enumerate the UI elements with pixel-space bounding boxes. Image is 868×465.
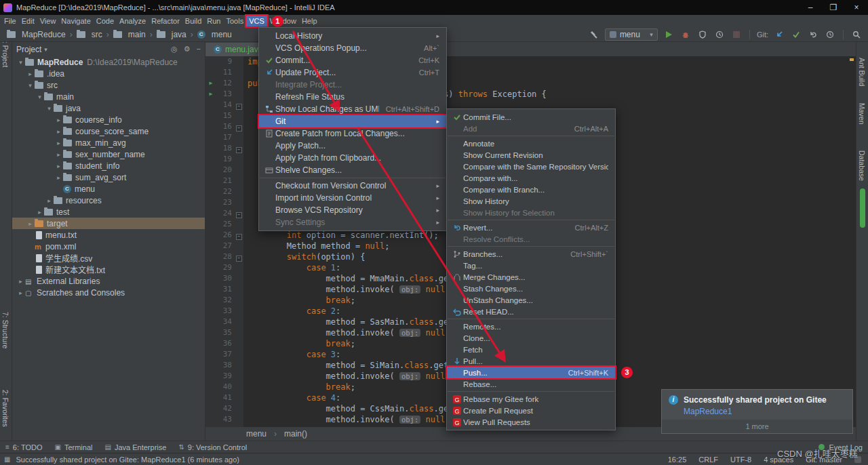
tree-item-idea[interactable]: ▸.idea [12,68,205,79]
menu-item-tag[interactable]: Tag... [447,260,615,271]
menu-item-update-project[interactable]: Update Project...Ctrl+T [259,66,446,79]
chevron-right-icon[interactable]: ▸ [54,163,63,169]
coverage-shield-icon[interactable] [696,28,709,41]
fold-icon[interactable]: − [234,143,243,154]
tree-item-menu-txt[interactable]: menu.txt [12,229,205,241]
menu-item-show-history[interactable]: Show History [447,195,615,207]
build-hammer-icon[interactable] [588,28,600,41]
chevron-right-icon[interactable]: ▸ [16,289,25,296]
menu-item-add[interactable]: AddCtrl+Alt+A [447,123,615,134]
menu-item-apply-patch[interactable]: Apply Patch... [259,140,446,152]
menu-item-rebase[interactable]: Rebase... [447,378,615,390]
menubar-item-vcs[interactable]: VCS1 [246,16,267,26]
git-update-button[interactable] [773,28,785,41]
menubar-item-file[interactable]: File [1,16,19,26]
menu-item-show-local-changes-as-uml[interactable]: Show Local Changes as UMLCtrl+Alt+Shift+… [259,103,446,115]
tool-stripe-2-favorites[interactable]: 2: Favorites [1,390,9,427]
tree-item-test[interactable]: ▸test [12,206,205,218]
notification-link[interactable]: MapReduce1 [684,407,827,416]
tool-stripe-ant-build[interactable]: Ant Build [858,58,866,86]
tree-item-target[interactable]: ▸target [12,218,205,229]
git-history-button[interactable] [824,28,836,41]
tree-item-course-score-same[interactable]: ▸course_score_same [12,125,205,137]
chevron-right-icon[interactable]: ▸ [54,151,63,158]
run-gutter-icon[interactable]: ▶ [205,78,216,89]
tool-window-button-6-todo[interactable]: ≡6: TODO [5,443,42,451]
menu-item-stash-changes[interactable]: Stash Changes... [447,283,615,294]
menu-item-local-history[interactable]: Local History▸ [259,30,446,42]
menu-item-commit[interactable]: Commit...Ctrl+K [259,54,446,66]
tree-item-scratches-and-consoles[interactable]: ▸▢Scratches and Consoles [12,287,205,298]
minimize-button[interactable]: – [799,0,822,15]
fold-icon[interactable]: − [234,121,243,132]
chevron-down-icon[interactable]: ▾ [26,82,35,89]
menubar-item-analyze[interactable]: Analyze [117,16,149,26]
menu-item-push[interactable]: Push...Ctrl+Shift+K3 [447,367,615,378]
menu-item-shelve-changes[interactable]: Shelve Changes... [259,164,446,176]
menubar-item-code[interactable]: Code [94,16,117,26]
menu-item-git[interactable]: Git▸2 [259,115,446,127]
chevron-right-icon[interactable]: ▸ [35,209,44,216]
menu-item-revert[interactable]: Revert...Ctrl+Alt+Z [447,222,615,233]
tool-window-button-terminal[interactable]: ▣Terminal [54,443,92,451]
menu-item-fetch[interactable]: Fetch [447,344,615,355]
menu-item-compare-with[interactable]: Compare with... [447,172,615,184]
chevron-right-icon[interactable]: ▸ [26,220,35,227]
menu-item-import-into-version-control[interactable]: Import into Version Control▸ [259,192,446,204]
line-separator[interactable]: CRLF [698,456,718,464]
menu-item-checkout-from-version-control[interactable]: Checkout from Version Control▸ [259,180,446,192]
git-commit-button[interactable] [790,28,802,41]
stop-button[interactable] [730,28,743,41]
menubar-item-view[interactable]: View [37,16,59,26]
settings-gear-icon[interactable]: ⚙ [184,45,191,54]
menubar-item-help[interactable]: Help [299,16,320,26]
git-revert-button[interactable] [807,28,819,41]
tool-stripe-maven[interactable]: Maven [858,103,866,125]
menu-item-compare-with-branch[interactable]: Compare with Branch... [447,184,615,195]
menu-item-reset-head[interactable]: Reset HEAD... [447,306,615,317]
tree-item-java[interactable]: ▾java [12,102,205,114]
close-button[interactable]: × [845,0,868,15]
chevron-right-icon[interactable]: ▸ [16,278,25,285]
menu-item-clone[interactable]: Clone... [447,332,615,344]
search-everywhere-icon[interactable] [850,28,863,41]
chevron-down-icon[interactable]: ▾ [44,46,47,53]
fold-icon[interactable]: − [234,230,243,241]
menu-item-pull[interactable]: Pull... [447,355,615,367]
chevron-down-icon[interactable]: ▾ [35,94,44,100]
notification-more[interactable]: 1 more [662,420,852,433]
chevron-right-icon[interactable]: ▸ [54,128,63,135]
tree-item-pom-xml[interactable]: mpom.xml [12,241,205,252]
menubar-item-navigate[interactable]: Navigate [58,16,93,26]
editor-breadcrumb-main[interactable]: main() [284,429,307,439]
maximize-button[interactable]: ❐ [822,0,845,15]
menu-item-integrate-project[interactable]: Integrate Project... [259,79,446,91]
run-gutter-icon[interactable]: ▶ [205,89,216,100]
menubar-item-run[interactable]: Run [204,16,223,26]
menu-item-sync-settings[interactable]: Sync Settings▸ [259,216,446,228]
menu-item-unstash-changes[interactable]: UnStash Changes... [447,294,615,306]
project-panel-title[interactable]: Project [16,45,41,54]
tree-item-sex-number-name[interactable]: ▸sex_number_name [12,148,205,160]
tool-stripe-database[interactable]: Database [858,150,866,181]
chevron-down-icon[interactable]: ▾ [16,59,25,66]
tool-window-button-java-enterprise[interactable]: ▤Java Enterprise [104,443,166,451]
tree-item-mapreduce[interactable]: ▾MapReduceD:\Idea2019\MapReduce [12,56,205,68]
menubar-item-edit[interactable]: Edit [19,16,37,26]
breadcrumb-item-java[interactable]: java [155,29,188,40]
caret-position[interactable]: 16:25 [668,456,687,464]
tool-window-switcher-icon[interactable]: ▦ [4,456,10,463]
status-message[interactable]: Successfully shared project on Gitee: Ma… [16,456,239,464]
tree-item-resources[interactable]: ▸resources [12,195,205,206]
menu-item-branches[interactable]: Branches...Ctrl+Shift+` [447,248,615,260]
tree-item-student-info[interactable]: ▸student_info [12,160,205,171]
menu-item-refresh-file-status[interactable]: Refresh File Status [259,91,446,103]
tree-item-menu[interactable]: Cmenu [12,183,205,195]
tree-item-csv[interactable]: 学生成绩.csv [12,252,205,264]
menu-item-view-pull-requests[interactable]: GView Pull Requests [447,416,615,428]
tree-item-external-libraries[interactable]: ▸▤External Libraries [12,275,205,287]
tool-stripe-7-structure[interactable]: 7: Structure [1,312,9,348]
menubar-item-refactor[interactable]: Refactor [149,16,182,26]
tree-item-sum-avg-sort[interactable]: ▸sum_avg_sort [12,171,205,183]
chevron-right-icon[interactable]: ▸ [45,197,54,204]
